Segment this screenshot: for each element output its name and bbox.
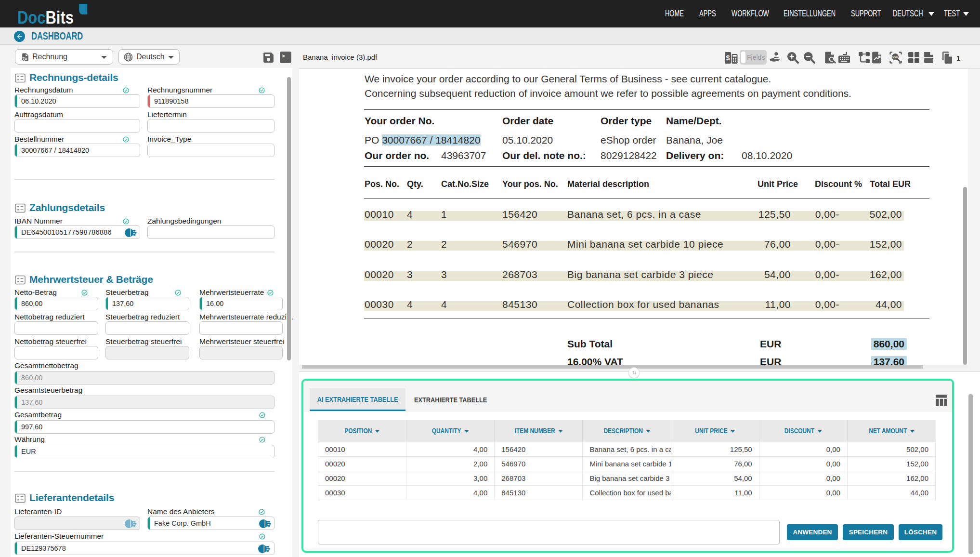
svg-text:OCR: OCR <box>892 55 898 58</box>
svg-text:$: $ <box>726 54 730 62</box>
